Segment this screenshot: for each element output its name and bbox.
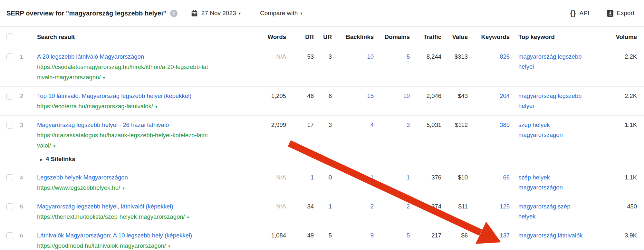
date-picker[interactable]: 27 Nov 2023 ▾ xyxy=(191,10,241,17)
cell-value: $43 xyxy=(441,91,468,101)
cell-keywords-link[interactable]: 137 xyxy=(500,232,510,239)
cell-keywords-link[interactable]: 66 xyxy=(503,174,510,181)
cell-traffic: 217 xyxy=(410,230,441,241)
row-checkbox[interactable] xyxy=(6,203,13,210)
date-label: 27 Nov 2023 xyxy=(201,10,236,17)
cell-keywords-link[interactable]: 125 xyxy=(500,203,510,210)
url-caret-icon[interactable]: ▾ xyxy=(122,186,125,191)
cell-keywords-link[interactable]: 389 xyxy=(500,121,510,128)
result-url[interactable]: https://goodmood.hu/latnivalok-magyarors… xyxy=(37,242,166,249)
url-caret-icon[interactable]: ▾ xyxy=(53,144,55,149)
top-keyword-link[interactable]: magyarország legszebb helyei xyxy=(518,52,587,72)
cell-volume: 1.1K xyxy=(606,120,644,130)
top-keyword-link[interactable]: szép helyek magyarországon xyxy=(518,120,587,140)
cell-traffic: 2,046 xyxy=(410,91,441,101)
cell-ur: 6 xyxy=(314,91,332,101)
cell-volume: 1.1K xyxy=(606,172,644,183)
result-position: 4 xyxy=(19,172,34,183)
col-header-domains: Domains xyxy=(374,34,410,41)
export-button[interactable]: Export xyxy=(607,10,634,17)
result-position: 2 xyxy=(19,91,34,101)
compare-with-dropdown[interactable]: Compare with ▾ xyxy=(260,10,303,17)
cell-domains-link[interactable]: 1 xyxy=(407,174,410,181)
cell-traffic: 376 xyxy=(410,172,441,183)
sitelinks-toggle[interactable]: ▸4 Sitelinks xyxy=(37,154,208,165)
row-checkbox[interactable] xyxy=(6,93,13,100)
cell-domains-link[interactable]: 10 xyxy=(403,92,410,99)
result-title-link[interactable]: Top 10 látnivaló: Magyarország legszebb … xyxy=(37,92,191,99)
help-icon[interactable]: ? xyxy=(170,10,178,17)
top-keyword-link[interactable]: magyarország látnivalók xyxy=(518,230,582,240)
serp-overview-page: SERP overview for "magyarország legszebb… xyxy=(0,0,644,250)
col-header-traffic: Traffic xyxy=(410,34,441,41)
cell-domains-link[interactable]: 2 xyxy=(407,203,410,210)
url-caret-icon[interactable]: ▾ xyxy=(103,75,105,80)
cell-keywords-link[interactable]: 204 xyxy=(500,92,510,99)
top-keyword-link[interactable]: magyarország legszebb helyei xyxy=(518,91,587,111)
col-header-top-keyword: Top keyword xyxy=(510,34,606,41)
cell-words: 2,999 xyxy=(211,120,286,130)
cell-volume: 3.9K xyxy=(606,230,644,241)
result-position: 6 xyxy=(19,230,34,241)
page-title: SERP overview for "magyarország legszebb… xyxy=(6,10,166,17)
cell-backlinks-link[interactable]: 10 xyxy=(367,53,374,60)
cell-words: N/A xyxy=(211,52,286,62)
cell-ur: 3 xyxy=(314,52,332,62)
url-caret-icon[interactable]: ▾ xyxy=(187,215,189,220)
cell-backlinks-link[interactable]: 9 xyxy=(370,232,374,239)
cell-dr: 46 xyxy=(286,91,314,101)
top-keyword-link[interactable]: szép helyek magyarországon xyxy=(518,172,587,192)
api-button[interactable]: {} API xyxy=(570,9,589,17)
cell-value: $313 xyxy=(441,52,468,62)
cell-keywords-link[interactable]: 826 xyxy=(500,53,510,60)
col-header-value: Value xyxy=(441,34,468,41)
cell-ur: 1 xyxy=(314,201,332,212)
table-row: 4 Legszebb helyek Magyarországon https:/… xyxy=(0,168,644,197)
cell-value: $11 xyxy=(441,201,468,212)
col-header-ur: UR xyxy=(314,34,332,41)
url-caret-icon[interactable]: ▾ xyxy=(168,244,170,249)
result-title-link[interactable]: Látnivalók Magyarországon: A 10 legszebb… xyxy=(37,232,192,239)
cell-domains-link[interactable]: 5 xyxy=(407,53,410,60)
result-url[interactable]: https://www.legszebbhelyek.hu/ xyxy=(37,184,120,191)
table-row: 5 Magyarország legszebb helyei, látnival… xyxy=(0,197,644,226)
table-header-row: Search result Words DR UR Backlinks Doma… xyxy=(0,27,644,47)
cell-domains-link[interactable]: 3 xyxy=(407,121,410,128)
cell-backlinks-link[interactable]: 15 xyxy=(367,92,374,99)
cell-value: $10 xyxy=(441,172,468,183)
col-header-volume: Volume xyxy=(606,34,644,41)
cell-ur: 3 xyxy=(314,120,332,130)
result-url[interactable]: https://csodalatosmagyarorszag.hu/hirek/… xyxy=(37,63,208,81)
export-label: Export xyxy=(617,10,634,17)
col-header-backlinks: Backlinks xyxy=(332,34,374,41)
cell-backlinks-link[interactable]: 4 xyxy=(370,121,374,128)
cell-backlinks-link[interactable]: 1 xyxy=(370,174,374,181)
cell-dr: 1 xyxy=(286,172,314,183)
col-header-search-result: Search result xyxy=(34,34,211,41)
cell-words: N/A xyxy=(211,172,286,183)
cell-value: $112 xyxy=(441,120,468,130)
cell-dr: 53 xyxy=(286,52,314,62)
cell-domains-link[interactable]: 5 xyxy=(407,232,410,239)
result-title-link[interactable]: Legszebb helyek Magyarországon xyxy=(37,174,128,181)
result-position: 1 xyxy=(19,52,34,62)
row-checkbox[interactable] xyxy=(6,122,13,129)
cell-ur: 0 xyxy=(314,172,332,183)
url-caret-icon[interactable]: ▾ xyxy=(155,104,158,109)
result-title-link[interactable]: A 20 legszebb látnivaló Magyarországon xyxy=(37,53,144,60)
result-title-link[interactable]: Magyarország legszebb helyei - 26 hazai … xyxy=(37,121,169,128)
cell-traffic: 374 xyxy=(410,201,441,212)
result-url[interactable]: https://thenext.hu/toplista/szep-helyek-… xyxy=(37,213,185,220)
result-url[interactable]: https://ecoterra.hu/magyarorszag-latniva… xyxy=(37,103,153,110)
cell-value: $6 xyxy=(441,230,468,241)
cell-backlinks-link[interactable]: 2 xyxy=(370,203,374,210)
row-checkbox[interactable] xyxy=(6,232,13,239)
result-url[interactable]: https://utazaskatalogus.hu/hazank-legsze… xyxy=(37,132,208,149)
cell-words: 1,205 xyxy=(211,91,286,101)
top-keyword-link[interactable]: magyarország szép helyek xyxy=(518,201,587,221)
row-checkbox[interactable] xyxy=(6,53,13,60)
row-checkbox[interactable] xyxy=(6,174,13,181)
select-all-checkbox[interactable] xyxy=(6,34,13,40)
col-header-words: Words xyxy=(211,34,286,41)
result-title-link[interactable]: Magyarország legszebb helyei, látnivalói… xyxy=(37,203,173,210)
